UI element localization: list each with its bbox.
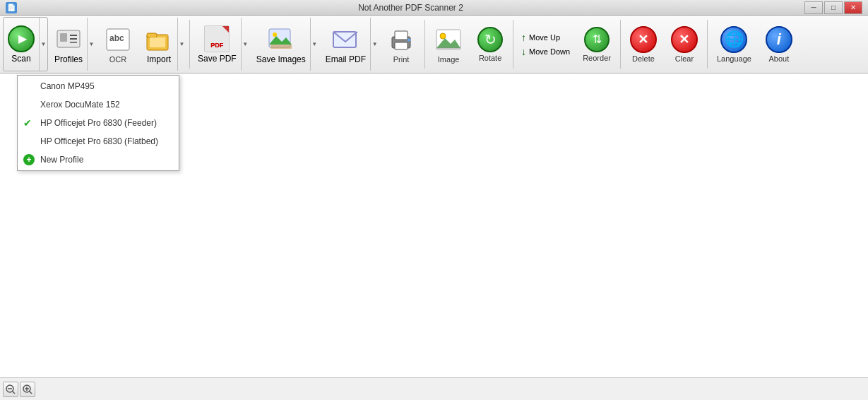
email-pdf-dropdown-arrow[interactable]: ▼ bbox=[370, 18, 379, 71]
about-button[interactable]: i About bbox=[759, 17, 799, 71]
sep-1 bbox=[189, 20, 190, 69]
scan-main[interactable]: Scan bbox=[4, 18, 39, 71]
language-button[interactable]: 🌐 Language bbox=[711, 17, 758, 71]
scan-label: Scan bbox=[11, 54, 30, 64]
rotate-icon bbox=[477, 27, 503, 52]
save-pdf-dropdown-arrow[interactable]: ▼ bbox=[241, 18, 249, 71]
dropdown-item-label: HP Officejet Pro 6830 (Feeder) bbox=[40, 118, 157, 128]
move-up-icon: ↑ bbox=[521, 32, 526, 43]
ocr-button[interactable]: abc OCR bbox=[97, 17, 138, 71]
email-pdf-icon bbox=[331, 25, 359, 53]
ocr-icon: abc bbox=[104, 25, 132, 54]
save-pdf-main[interactable]: PDF Save PDF bbox=[194, 18, 241, 71]
move-down-label: Move Down bbox=[529, 47, 570, 56]
image-button[interactable]: Image bbox=[428, 17, 469, 71]
save-images-main[interactable]: Save Images bbox=[252, 18, 310, 71]
move-down-item[interactable]: ↓ Move Down bbox=[521, 46, 570, 57]
save-images-split-button[interactable]: Save Images ▼ bbox=[251, 17, 319, 71]
delete-icon bbox=[630, 26, 657, 53]
svg-rect-8 bbox=[147, 33, 157, 37]
rotate-label: Rotate bbox=[479, 54, 501, 62]
sep-5 bbox=[707, 20, 708, 69]
sep-3 bbox=[513, 20, 513, 69]
rotate-button[interactable]: Rotate bbox=[470, 17, 510, 71]
dropdown-item-label: New Profile bbox=[40, 155, 83, 165]
clear-button[interactable]: Clear bbox=[665, 17, 704, 71]
print-button[interactable]: Print bbox=[381, 17, 422, 71]
profiles-split-button[interactable]: Profiles ▼ bbox=[49, 17, 96, 71]
move-up-item[interactable]: ↑ Move Up bbox=[521, 32, 570, 43]
save-images-label: Save Images bbox=[256, 54, 306, 64]
save-pdf-icon: PDF bbox=[204, 25, 230, 52]
minimize-button[interactable]: ─ bbox=[804, 1, 823, 14]
language-icon: 🌐 bbox=[720, 26, 747, 53]
bottom-bar bbox=[0, 377, 868, 400]
window-title: Not Another PDF Scanner 2 bbox=[17, 3, 804, 13]
dropdown-item-hp-flatbed[interactable]: HP Officejet Pro 6830 (Flatbed) bbox=[18, 132, 179, 151]
scan-dropdown-arrow[interactable]: ▼ bbox=[39, 18, 47, 71]
email-pdf-main[interactable]: Email PDF bbox=[321, 18, 370, 71]
profiles-dropdown-arrow[interactable]: ▼ bbox=[87, 18, 95, 71]
email-pdf-split-button[interactable]: Email PDF ▼ bbox=[321, 17, 379, 71]
profiles-main[interactable]: Profiles bbox=[50, 18, 87, 71]
profiles-dropdown-menu: Canon MP495 Xerox DocuMate 152 ✔ HP Offi… bbox=[17, 75, 179, 171]
move-up-label: Move Up bbox=[529, 33, 560, 42]
import-label: Import bbox=[147, 54, 171, 64]
print-icon bbox=[387, 25, 415, 54]
svg-line-24 bbox=[13, 391, 16, 394]
close-button[interactable]: ✕ bbox=[844, 1, 862, 14]
sep-2 bbox=[424, 20, 425, 69]
about-label: About bbox=[769, 54, 790, 63]
toolbar: Scan ▼ Profiles ▼ abc bbox=[0, 16, 868, 73]
dropdown-item-hp-feeder[interactable]: ✔ HP Officejet Pro 6830 (Feeder) bbox=[18, 114, 179, 132]
about-icon: i bbox=[766, 26, 792, 53]
image-icon bbox=[434, 25, 463, 54]
dropdown-item-label: Xerox DocuMate 152 bbox=[40, 100, 120, 110]
plus-icon: + bbox=[23, 154, 35, 165]
save-pdf-label: Save PDF bbox=[198, 54, 237, 64]
ocr-label: OCR bbox=[109, 55, 126, 64]
move-group[interactable]: ↑ Move Up ↓ Move Down bbox=[516, 17, 575, 71]
save-pdf-split-button[interactable]: PDF Save PDF ▼ bbox=[193, 17, 250, 71]
language-label: Language bbox=[717, 54, 751, 63]
app-icon: 📄 bbox=[6, 2, 17, 13]
delete-label: Delete bbox=[632, 54, 655, 63]
svg-point-11 bbox=[273, 33, 277, 37]
import-main[interactable]: Import bbox=[141, 18, 177, 71]
dropdown-item-xerox[interactable]: Xerox DocuMate 152 bbox=[18, 95, 179, 114]
clear-label: Clear bbox=[675, 54, 694, 63]
reorder-icon bbox=[584, 27, 610, 52]
check-icon: ✔ bbox=[23, 117, 32, 129]
reorder-button[interactable]: Reorder bbox=[576, 17, 617, 71]
import-dropdown-arrow[interactable]: ▼ bbox=[177, 18, 186, 71]
import-split-button[interactable]: Import ▼ bbox=[140, 17, 186, 71]
svg-point-20 bbox=[440, 33, 446, 39]
svg-rect-13 bbox=[270, 45, 292, 49]
move-down-icon: ↓ bbox=[521, 46, 526, 57]
reorder-label: Reorder bbox=[583, 54, 611, 62]
scan-split-button[interactable]: Scan ▼ bbox=[3, 17, 48, 71]
image-label: Image bbox=[438, 55, 460, 64]
svg-rect-9 bbox=[150, 37, 165, 47]
delete-button[interactable]: Delete bbox=[624, 17, 663, 71]
dropdown-item-label: Canon MP495 bbox=[40, 81, 95, 91]
window-controls: ─ □ ✕ bbox=[804, 1, 862, 14]
title-bar: 📄 Not Another PDF Scanner 2 ─ □ ✕ bbox=[0, 0, 868, 16]
save-images-icon bbox=[267, 25, 295, 53]
import-icon bbox=[145, 25, 173, 53]
svg-line-27 bbox=[30, 391, 32, 394]
save-images-dropdown-arrow[interactable]: ▼ bbox=[310, 18, 319, 71]
svg-text:abc: abc bbox=[109, 33, 124, 43]
restore-button[interactable]: □ bbox=[824, 1, 843, 14]
svg-rect-1 bbox=[60, 33, 67, 42]
svg-rect-17 bbox=[395, 42, 408, 49]
scan-icon bbox=[8, 25, 35, 52]
dropdown-item-new-profile[interactable]: + New Profile bbox=[18, 151, 179, 169]
profiles-label: Profiles bbox=[54, 54, 83, 64]
clear-icon bbox=[671, 26, 698, 53]
zoom-out-button[interactable] bbox=[3, 382, 18, 397]
profiles-icon bbox=[54, 25, 83, 53]
zoom-in-button[interactable] bbox=[20, 382, 35, 397]
svg-rect-16 bbox=[395, 31, 408, 40]
dropdown-item-canon[interactable]: Canon MP495 bbox=[18, 77, 179, 95]
